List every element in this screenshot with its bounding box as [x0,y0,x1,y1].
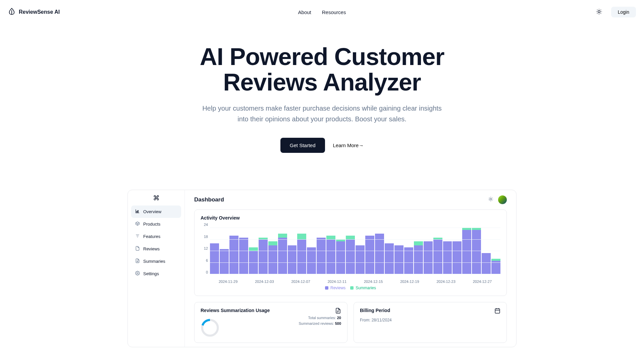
hero-title: AI Powered Customer Reviews Analyzer [0,44,644,95]
nav-about[interactable]: About [298,9,311,15]
billing-card: Billing Period From: 28/11/2024 [354,302,507,343]
sidebar-item-summaries[interactable]: Summaries [131,255,181,267]
nav-resources[interactable]: Resources [322,9,346,15]
calendar-icon [494,308,500,315]
sidebar-item-settings[interactable]: Settings [131,267,181,280]
sidebar-item-label: Summaries [143,259,165,264]
sun-icon [596,8,602,16]
gear-icon [135,271,140,277]
command-icon [131,195,181,201]
sidebar-item-reviews[interactable]: Reviews [131,243,181,255]
donut-chart [201,318,219,337]
sidebar-item-features[interactable]: Features [131,230,181,243]
sidebar-item-label: Overview [143,209,161,214]
svg-rect-2 [138,210,139,213]
theme-toggle[interactable] [593,6,605,18]
file-text-icon [135,258,140,264]
activity-card: Activity Overview 24181260 2024-11-29202… [194,209,507,296]
svg-point-0 [598,10,600,13]
get-started-button[interactable]: Get Started [280,138,325,153]
brand[interactable]: ReviewSense AI [8,8,60,16]
sidebar-item-label: Reviews [143,246,160,251]
svg-rect-1 [137,211,137,213]
svg-point-3 [137,273,138,274]
usage-card: Reviews Summarization Usage Total summar… [194,302,347,343]
dashboard-screenshot: Overview Products Features Reviews Summa… [127,190,517,347]
login-button[interactable]: Login [611,7,636,17]
brand-name: ReviewSense AI [19,9,60,15]
sidebar-item-label: Features [143,234,160,239]
file-icon [135,246,140,252]
learn-more-button[interactable]: Learn More→ [333,142,364,148]
sidebar-item-overview[interactable]: Overview [131,205,181,218]
card-title: Activity Overview [201,215,500,221]
activity-chart: 24181260 [201,223,500,280]
sidebar-item-products[interactable]: Products [131,218,181,230]
sidebar-item-label: Products [143,222,160,227]
sun-icon[interactable] [488,196,493,203]
hero-subtitle: Help your customers make faster purchase… [201,103,443,124]
leaf-icon [8,8,15,16]
svg-rect-7 [495,309,500,313]
legend-summaries: Summaries [350,286,376,290]
chart-bar-icon [135,209,140,215]
card-title: Billing Period [360,308,390,313]
cube-icon [135,221,140,227]
filter-icon [135,234,140,239]
sidebar-item-label: Settings [143,271,159,276]
card-title: Reviews Summarization Usage [201,308,270,313]
avatar[interactable] [498,195,507,204]
dashboard-title: Dashboard [194,196,224,203]
legend-reviews: Reviews [325,286,345,290]
svg-point-4 [490,198,491,200]
file-text-icon [335,308,341,315]
